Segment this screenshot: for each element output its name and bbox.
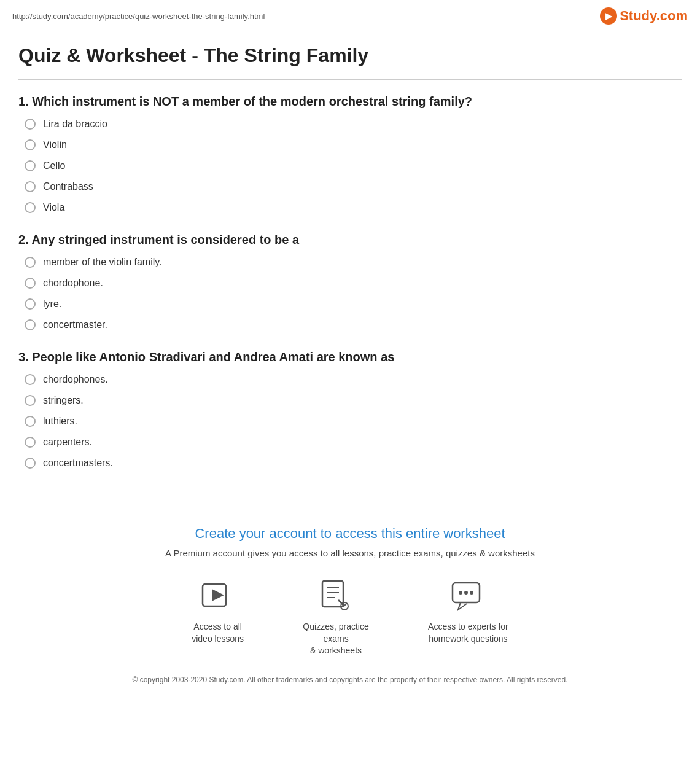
option-label: concertmasters. [43, 458, 113, 469]
option-label: concertmaster. [43, 319, 107, 330]
question-2-option-3[interactable]: lyre. [18, 298, 682, 310]
option-label: luthiers. [43, 416, 77, 427]
question-2-option-1[interactable]: member of the violin family. [18, 257, 682, 268]
question-3-option-3[interactable]: luthiers. [18, 416, 682, 427]
cta-title: Create your account to access this entir… [12, 526, 688, 542]
question-1-option-4[interactable]: Contrabass [18, 181, 682, 192]
question-3: 3. People like Antonio Stradivari and An… [18, 350, 682, 469]
logo-text: Study.com [620, 8, 688, 24]
svg-point-8 [459, 591, 462, 595]
option-label: chordophone. [43, 278, 103, 289]
radio-icon[interactable] [25, 257, 36, 268]
option-label: Lira da braccio [43, 119, 107, 130]
question-3-option-1[interactable]: chordophones. [18, 374, 682, 385]
option-label: lyre. [43, 298, 61, 310]
benefit-text-3: Access to experts forhomework questions [428, 621, 508, 645]
question-2-text: 2. Any stringed instrument is considered… [18, 233, 682, 247]
main-content: Quiz & Worksheet - The String Family 1. … [0, 32, 700, 501]
benefit-chat-icon [449, 578, 486, 615]
question-2: 2. Any stringed instrument is considered… [18, 233, 682, 330]
cta-subtitle: A Premium account gives you access to al… [12, 548, 688, 558]
option-label: stringers. [43, 395, 84, 406]
question-1-option-1[interactable]: Lira da braccio [18, 119, 682, 130]
radio-icon[interactable] [25, 202, 36, 213]
question-3-text: 3. People like Antonio Stradivari and An… [18, 350, 682, 364]
option-label: Viola [43, 202, 64, 213]
question-3-option-2[interactable]: stringers. [18, 395, 682, 406]
radio-icon[interactable] [25, 374, 36, 385]
radio-icon[interactable] [25, 319, 36, 330]
question-1-option-2[interactable]: Violin [18, 139, 682, 150]
radio-icon[interactable] [25, 298, 36, 310]
option-label: chordophones. [43, 374, 108, 385]
radio-icon[interactable] [25, 119, 36, 130]
question-2-option-2[interactable]: chordophone. [18, 278, 682, 289]
question-3-option-4[interactable]: carpenters. [18, 437, 682, 448]
questions-container: 1. Which instrument is NOT a member of t… [18, 95, 682, 469]
site-logo: ▶ Study.com [600, 7, 688, 25]
option-label: Contrabass [43, 181, 93, 192]
top-bar: http://study.com/academy/practice/quiz-w… [0, 0, 700, 32]
question-3-option-5[interactable]: concertmasters. [18, 458, 682, 469]
benefit-item-3: Access to experts forhomework questions [428, 578, 508, 657]
question-1-option-5[interactable]: Viola [18, 202, 682, 213]
footer-section: Create your account to access this entir… [0, 501, 700, 709]
radio-icon[interactable] [25, 458, 36, 469]
page-url: http://study.com/academy/practice/quiz-w… [12, 12, 265, 21]
copyright-text: © copyright 2003-2020 Study.com. All oth… [12, 676, 688, 684]
benefits-row: Access to allvideo lessons Quizzes, prac… [12, 578, 688, 657]
radio-icon[interactable] [25, 416, 36, 427]
benefit-video-icon [200, 578, 236, 615]
title-divider [18, 79, 682, 80]
option-label: Cello [43, 160, 65, 171]
benefit-text-1: Access to allvideo lessons [192, 621, 244, 645]
svg-point-9 [464, 591, 468, 595]
benefit-quiz-icon [317, 578, 354, 615]
benefit-text-2: Quizzes, practice exams& worksheets [293, 621, 379, 657]
radio-icon[interactable] [25, 139, 36, 150]
question-1: 1. Which instrument is NOT a member of t… [18, 95, 682, 213]
option-label: Violin [43, 139, 67, 150]
page-title: Quiz & Worksheet - The String Family [18, 44, 682, 67]
logo-icon: ▶ [600, 7, 617, 25]
question-1-option-3[interactable]: Cello [18, 160, 682, 171]
benefit-item-1: Access to allvideo lessons [192, 578, 244, 657]
svg-rect-2 [322, 581, 343, 607]
radio-icon[interactable] [25, 437, 36, 448]
svg-point-10 [470, 591, 473, 595]
question-1-text: 1. Which instrument is NOT a member of t… [18, 95, 682, 109]
radio-icon[interactable] [25, 160, 36, 171]
benefit-item-2: Quizzes, practice exams& worksheets [293, 578, 379, 657]
option-label: carpenters. [43, 437, 92, 448]
radio-icon[interactable] [25, 278, 36, 289]
option-label: member of the violin family. [43, 257, 162, 268]
radio-icon[interactable] [25, 181, 36, 192]
radio-icon[interactable] [25, 395, 36, 406]
svg-marker-1 [212, 589, 224, 601]
question-2-option-4[interactable]: concertmaster. [18, 319, 682, 330]
